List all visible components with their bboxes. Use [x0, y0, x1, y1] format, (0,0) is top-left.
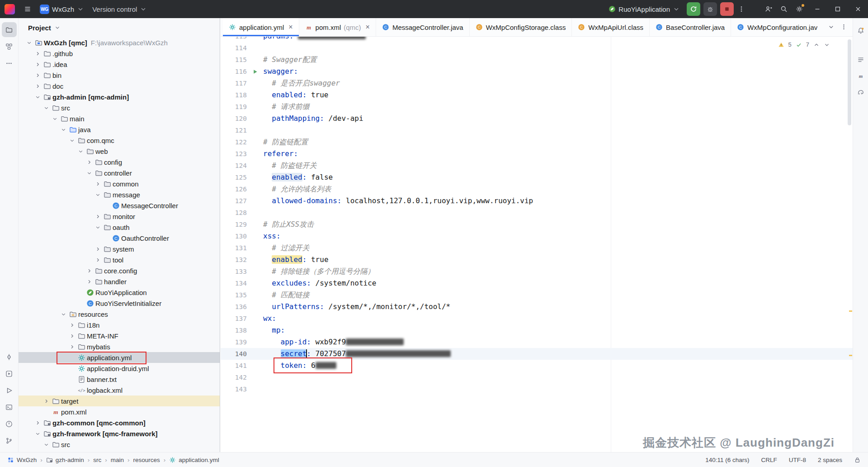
tree-item-logback-xml[interactable]: </>logback.xml	[19, 385, 220, 396]
breadcrumb-item-application-yml[interactable]: application.yml	[169, 457, 219, 463]
editor-line-137[interactable]: 137wx:	[221, 313, 853, 324]
tab-basecontroller-java[interactable]: CBaseController.java	[650, 18, 731, 36]
tree-item-web[interactable]: web	[19, 146, 220, 157]
editor-line-140[interactable]: 140 secret: 7027507	[221, 348, 853, 360]
tree-item-resources[interactable]: resources	[19, 309, 220, 319]
tab-wxmpconfiguration-java[interactable]: CWxMpConfiguration.java	[731, 18, 817, 36]
tree-item-mybatis[interactable]: mybatis	[19, 341, 220, 352]
tree-item-message[interactable]: message	[19, 189, 220, 200]
tree-item-meta-inf[interactable]: META-INF	[19, 330, 220, 341]
tree-item-tool[interactable]: tool	[19, 254, 220, 265]
editor-line-139[interactable]: 139 app-id: wxb92f9	[221, 336, 853, 348]
chevron-right-icon[interactable]	[85, 278, 94, 285]
chevron-down-icon[interactable]	[33, 430, 42, 437]
breadcrumb-item-src[interactable]: src	[93, 457, 101, 463]
editor-scrollbar[interactable]	[848, 39, 851, 125]
editor-line-132[interactable]: 132 enabled: true	[221, 254, 853, 266]
tree-item-main[interactable]: main	[19, 113, 220, 124]
rerun-button[interactable]	[687, 2, 700, 16]
file-encoding[interactable]: UTF-8	[789, 457, 806, 463]
more-horizontal-tool-button[interactable]	[2, 56, 17, 71]
tree-item-common[interactable]: common	[19, 178, 220, 189]
tab-wxmpapiurl-class[interactable]: CWxMpApiUrl.class	[572, 18, 650, 36]
chevron-down-icon[interactable]	[59, 310, 68, 318]
structure-tool-button[interactable]	[2, 39, 17, 54]
chevron-right-icon[interactable]	[33, 82, 42, 90]
line-separator[interactable]: CRLF	[761, 457, 777, 463]
tree-item-github[interactable]: .github	[19, 48, 220, 59]
debug-button[interactable]	[703, 2, 717, 16]
close-button[interactable]	[848, 0, 868, 18]
search-everywhere-button[interactable]	[776, 2, 792, 16]
problems-tool-button[interactable]	[2, 416, 17, 431]
chevron-down-icon[interactable]	[59, 126, 68, 133]
tree-item-src[interactable]: src	[19, 439, 220, 450]
tree-item-gzh-common-qmc-common[interactable]: gzh-common [qmc-common]	[19, 417, 220, 428]
caret-position[interactable]: 140:11 (6 chars)	[705, 457, 749, 463]
stop-button[interactable]	[720, 2, 734, 16]
editor-line-131[interactable]: 131 # 过滤开关	[221, 242, 853, 254]
project-panel-header[interactable]: Project	[19, 18, 220, 37]
code-with-me-button[interactable]	[761, 2, 776, 16]
chevron-right-icon[interactable]	[42, 397, 51, 405]
main-menu-button[interactable]	[20, 2, 35, 16]
chevron-right-icon[interactable]	[94, 256, 102, 263]
more-actions-button[interactable]	[734, 2, 749, 16]
chevron-down-icon[interactable]	[76, 148, 85, 155]
maximize-button[interactable]	[827, 0, 848, 18]
chevron-down-icon[interactable]	[33, 93, 42, 100]
editor-line-118[interactable]: 118 enabled: true	[221, 89, 853, 101]
tree-item-target[interactable]: target	[19, 396, 220, 406]
tree-item-messagecontroller[interactable]: CMessageController	[19, 200, 220, 211]
maven-tool-button[interactable]: m	[854, 70, 867, 82]
tree-item-java[interactable]: java	[19, 124, 220, 135]
close-icon[interactable]: ×	[288, 24, 292, 31]
editor-line-142[interactable]: 142	[221, 372, 853, 383]
breadcrumb-item-wxgzh[interactable]: WxGzh	[7, 457, 37, 463]
tree-item-controller[interactable]: controller	[19, 167, 220, 178]
tree-item-doc[interactable]: doc	[19, 81, 220, 91]
chevron-down-icon[interactable]	[94, 224, 102, 231]
lock-icon[interactable]	[854, 457, 861, 463]
inspections-widget[interactable]: 5 7	[775, 40, 833, 49]
editor-line-113[interactable]: 113params:	[221, 37, 853, 42]
chevron-right-icon[interactable]	[94, 213, 102, 220]
tree-item-idea[interactable]: .idea	[19, 59, 220, 70]
vcs-widget[interactable]: Version control	[89, 2, 151, 16]
breadcrumb-item-gzh-admin[interactable]: gzh-admin	[46, 457, 84, 463]
project-tool-button[interactable]	[2, 22, 17, 37]
error-stripe-mark[interactable]	[849, 310, 852, 312]
chevron-right-icon[interactable]	[85, 267, 94, 274]
chevron-right-icon[interactable]	[94, 180, 102, 187]
tree-item-monitor[interactable]: monitor	[19, 211, 220, 222]
editor-line-120[interactable]: 120 pathMapping: /dev-api	[221, 113, 853, 124]
editor-line-114[interactable]: 114	[221, 42, 853, 54]
chevron-down-icon[interactable]	[25, 39, 33, 46]
chevron-right-icon[interactable]	[94, 245, 102, 253]
tab-application-yml[interactable]: application.yml×	[223, 18, 299, 36]
tree-item-gzh-admin-qmc-admin[interactable]: gzh-admin [qmc-admin]	[19, 91, 220, 102]
run-tool-button[interactable]	[2, 383, 17, 398]
tree-item-oauth[interactable]: oauth	[19, 222, 220, 233]
editor-line-119[interactable]: 119 # 请求前缀	[221, 101, 853, 113]
prev-issue-icon[interactable]	[813, 42, 820, 48]
tree-item-application-yml[interactable]: application.yml	[19, 352, 220, 363]
notifications-tool-button[interactable]	[854, 24, 867, 37]
tree-item-handler[interactable]: handler	[19, 276, 220, 287]
run-line-icon[interactable]	[251, 68, 259, 75]
chevron-right-icon[interactable]	[68, 332, 76, 339]
terminal-tool-button[interactable]	[2, 400, 17, 415]
tree-item-wxgzh-qmc[interactable]: WxGzh [qmc]F:\javaworkspace\WxGzh	[19, 37, 220, 48]
chevron-right-icon[interactable]	[68, 321, 76, 329]
editor-line-122[interactable]: 122# 防盗链配置	[221, 136, 853, 148]
tree-item-banner-txt[interactable]: banner.txt	[19, 374, 220, 385]
services-tool-button[interactable]	[2, 366, 17, 381]
next-issue-icon[interactable]	[824, 42, 830, 48]
editor-line-143[interactable]: 143	[221, 383, 853, 395]
tab-messagecontroller-java[interactable]: CMessageController.java	[376, 18, 470, 36]
chevron-right-icon[interactable]	[33, 71, 42, 79]
chevron-right-icon[interactable]	[33, 61, 42, 68]
editor-line-116[interactable]: 116swagger:	[221, 66, 853, 77]
chevron-down-icon[interactable]	[85, 169, 94, 176]
chevron-down-icon[interactable]	[42, 441, 51, 448]
